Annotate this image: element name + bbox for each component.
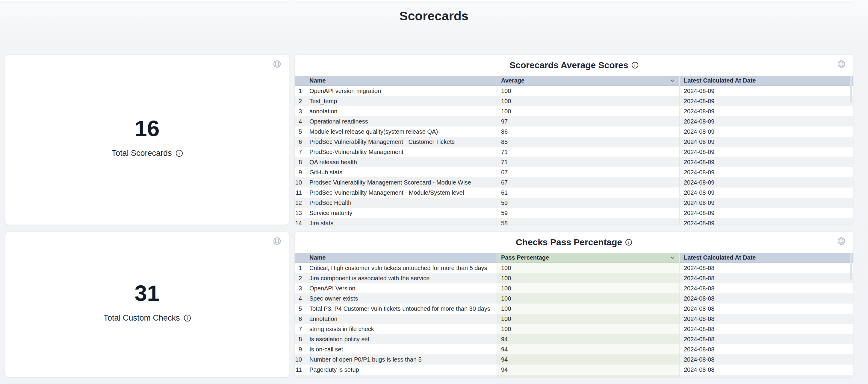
column-header-name[interactable]: Name [305, 253, 497, 263]
table-row[interactable]: 6ProdSec Vulnerability Management - Cust… [295, 137, 853, 147]
table-row[interactable]: 7string exists in file check1002024-08-0… [295, 324, 853, 334]
table-row[interactable]: 9Is on-call set942024-08-08 [295, 344, 853, 354]
table-header-row: NameAverageLatest Calculated At Date [295, 76, 853, 86]
table-row[interactable]: 10Prodsec Vulnerability Management Score… [295, 177, 853, 187]
cell-date: 2024-08-08 [679, 354, 853, 364]
cell-date: 2024-08-09 [679, 218, 853, 224]
cell-date: 2024-08-09 [679, 177, 853, 187]
globe-icon[interactable] [837, 60, 846, 68]
table-row[interactable]: 11Pagerduty is setup942024-08-08 [295, 364, 853, 375]
info-icon[interactable] [184, 315, 191, 321]
table-row[interactable]: 11ProdSec-Vulnerability Management - Mod… [295, 187, 853, 198]
stat-label: Total Scorecards [112, 149, 172, 158]
column-header-average[interactable]: Average [497, 76, 679, 86]
row-index: 8 [295, 334, 305, 344]
stat-value: 31 [134, 282, 159, 305]
cell-name: Critical, High customer vuln tickets unt… [305, 263, 497, 273]
total-scorecards-card: 16 Total Scorecards [5, 55, 289, 224]
cell-value: 100 [497, 86, 679, 96]
cell-name: Jira component is associated with the se… [305, 273, 497, 283]
table-row[interactable]: 10Number of open P0/P1 bugs is less than… [295, 354, 853, 364]
cell-name: OpenAPI version migration [305, 86, 497, 96]
globe-icon[interactable] [273, 60, 282, 68]
cell-value: 100 [497, 106, 679, 116]
row-index: 7 [295, 324, 305, 334]
cell-name: annotation [305, 314, 497, 324]
cell-date: 2024-08-08 [679, 364, 853, 375]
total-custom-checks-card: 31 Total Custom Checks [5, 232, 289, 377]
table-row[interactable]: 7ProdSec-Vulnerability Management712024-… [295, 147, 853, 157]
table-row[interactable]: 14Jira stats582024-08-09 [295, 218, 853, 224]
row-index: 11 [295, 187, 305, 198]
info-icon[interactable] [632, 62, 638, 68]
column-header-index [295, 76, 305, 86]
cell-date: 2024-08-09 [679, 106, 853, 116]
row-index: 3 [295, 106, 305, 116]
table-row[interactable]: 8Is escalation policy set942024-08-08 [295, 334, 853, 344]
cell-date: 2024-08-08 [679, 304, 853, 314]
globe-icon[interactable] [273, 237, 282, 246]
table-row[interactable]: 4Operational readiness972024-08-09 [295, 116, 853, 127]
cell-value: 67 [497, 167, 679, 177]
cell-name: Module level release quality(system rele… [305, 127, 497, 137]
table-scrollbar[interactable] [850, 253, 852, 280]
column-header-latest-calculated-at-date[interactable]: Latest Calculated At Date [679, 253, 853, 263]
row-index: 7 [295, 147, 305, 157]
table-row[interactable]: 12ProdSec Health592024-08-09 [295, 198, 853, 208]
table-title: Checks Pass Percentage [516, 237, 622, 247]
table-row[interactable]: 1OpenAPI version migration1002024-08-09 [295, 86, 853, 96]
cell-date: 2024-08-09 [679, 127, 853, 137]
cell-value: 94 [497, 334, 679, 344]
cell-name: Pagerduty is setup [305, 364, 497, 375]
cell-name: Total P3, P4 Customer vuln tickets untou… [305, 304, 497, 314]
cell-date: 2024-08-08 [679, 283, 853, 293]
table-row[interactable]: 3OpenAPI Version1002024-08-08 [295, 283, 853, 293]
scorecards-average-scores-card: Scorecards Average Scores NameAverageLat… [295, 55, 853, 224]
cell-name: annotation [305, 106, 497, 116]
table-row[interactable]: 13Service maturity592024-08-09 [295, 208, 853, 218]
cell-value: 97 [497, 116, 679, 127]
row-index: 9 [295, 344, 305, 354]
checks-pass-percentage-table: NamePass PercentageLatest Calculated At … [295, 253, 853, 377]
cell-value: 71 [497, 147, 679, 157]
table-row[interactable]: 9GitHub stats672024-08-09 [295, 167, 853, 177]
row-index: 6 [295, 137, 305, 147]
checks-pass-percentage-card: Checks Pass Percentage NamePass Percenta… [295, 232, 853, 377]
table-row[interactable]: 2Test_temp1002024-08-09 [295, 96, 853, 106]
table-row[interactable]: 5Total P3, P4 Customer vuln tickets unto… [295, 304, 853, 314]
cell-value: 100 [497, 314, 679, 324]
table-row[interactable]: 3annotation1002024-08-09 [295, 106, 853, 116]
table-row[interactable]: 1Critical, High customer vuln tickets un… [295, 263, 853, 273]
row-index: 4 [295, 293, 305, 304]
page-title: Scorecards [0, 9, 868, 23]
cell-value: 100 [497, 283, 679, 293]
table-row[interactable]: 6annotation1002024-08-08 [295, 314, 853, 324]
stat-label: Total Custom Checks [103, 313, 180, 323]
cell-date: 2024-08-08 [679, 314, 853, 324]
cell-name: Prodsec Vulnerability Management Scoreca… [305, 177, 497, 187]
cell-name: QA release health [305, 157, 497, 167]
table-header-row: NamePass PercentageLatest Calculated At … [295, 253, 853, 263]
cell-name: ProdSec-Vulnerability Management - Modul… [305, 187, 497, 198]
row-index: 10 [295, 354, 305, 364]
info-icon[interactable] [625, 239, 632, 246]
row-index: 5 [295, 127, 305, 137]
cell-value: 100 [497, 263, 679, 273]
table-row[interactable]: 5Module level release quality(system rel… [295, 127, 853, 137]
column-header-pass-percentage[interactable]: Pass Percentage [497, 253, 679, 263]
row-index: 10 [295, 177, 305, 187]
table-row[interactable]: 4Spec owner exists1002024-08-08 [295, 293, 853, 304]
row-index: 12 [295, 198, 305, 208]
cell-value: 71 [497, 157, 679, 167]
table-row[interactable]: 8QA release health712024-08-09 [295, 157, 853, 167]
stat-value: 16 [134, 117, 159, 140]
column-header-latest-calculated-at-date[interactable]: Latest Calculated At Date [679, 76, 853, 86]
column-header-name[interactable]: Name [305, 76, 497, 86]
table-row[interactable]: 2Jira component is associated with the s… [295, 273, 853, 283]
info-icon[interactable] [176, 150, 183, 157]
cell-value: 59 [497, 198, 679, 208]
cell-name: Jira stats [305, 218, 497, 224]
table-scrollbar[interactable] [850, 76, 852, 103]
globe-icon[interactable] [837, 237, 846, 246]
chevron-down-icon [670, 79, 675, 82]
